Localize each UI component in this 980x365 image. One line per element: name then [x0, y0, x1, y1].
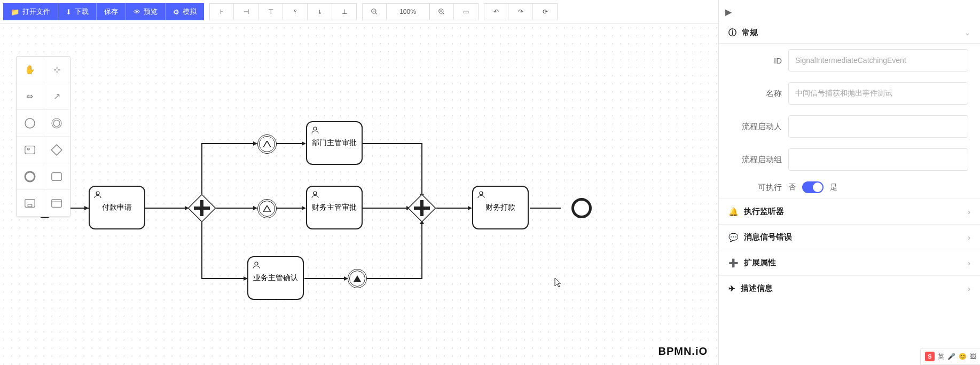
- user-icon: [93, 190, 103, 200]
- zoom-out-button[interactable]: [362, 3, 387, 20]
- data-object-tool[interactable]: [43, 190, 70, 217]
- task-dept-approve[interactable]: 部门主管审批: [306, 121, 363, 165]
- open-file-button[interactable]: 📁打开文件: [3, 3, 58, 20]
- switch-no: 否: [788, 182, 796, 192]
- user-task-tool[interactable]: [17, 137, 43, 163]
- user-icon: [476, 190, 486, 200]
- svg-rect-12: [51, 145, 62, 155]
- lasso-tool[interactable]: ⊹: [43, 57, 70, 83]
- section-ext[interactable]: ➕ 扩展属性 ›: [719, 250, 980, 275]
- svg-point-7: [25, 118, 35, 128]
- section-label: 执行监听器: [744, 207, 784, 217]
- svg-rect-15: [25, 199, 34, 207]
- parallel-gateway-join[interactable]: [408, 194, 436, 222]
- svg-marker-25: [253, 206, 257, 210]
- name-label: 名称: [731, 89, 782, 99]
- send-icon: ✈: [728, 284, 735, 293]
- chevron-down-icon[interactable]: ⌄: [965, 29, 970, 37]
- signal-throw[interactable]: [348, 269, 367, 288]
- svg-line-1: [375, 13, 377, 14]
- bell-icon: 🔔: [728, 207, 739, 217]
- folder-icon: 📁: [11, 8, 19, 16]
- user-icon: [310, 190, 320, 200]
- starter-group-label: 流程启动组: [731, 155, 782, 165]
- svg-point-45: [313, 192, 317, 195]
- ime-indicator[interactable]: S 英 🎤 😊 🖼: [920, 348, 980, 365]
- svg-rect-16: [28, 204, 32, 207]
- section-label: 扩展属性: [744, 258, 776, 268]
- bpmn-canvas[interactable]: ✋ ⊹ ⇔ ↗: [0, 24, 718, 365]
- svg-marker-28: [302, 141, 306, 146]
- user-icon: [252, 260, 261, 270]
- signal-catch-2[interactable]: [257, 199, 277, 218]
- svg-rect-14: [52, 172, 61, 180]
- svg-point-47: [480, 192, 483, 195]
- executable-switch[interactable]: [802, 181, 824, 193]
- panel-collapse-button[interactable]: ▶: [721, 4, 736, 19]
- starter-input[interactable]: [788, 115, 968, 138]
- chevron-right-icon: ›: [968, 233, 970, 242]
- align-bottom-button[interactable]: ⊥: [332, 3, 357, 20]
- zoom-fit-button[interactable]: ▭: [454, 3, 479, 20]
- svg-marker-30: [302, 206, 306, 210]
- intermediate-event-tool[interactable]: [43, 110, 70, 137]
- starter-group-input[interactable]: [788, 148, 968, 171]
- task-finance-approve[interactable]: 财务主管审批: [306, 186, 363, 229]
- task-business-confirm[interactable]: 业务主管确认: [247, 256, 304, 300]
- undo-button[interactable]: ↶: [484, 3, 508, 20]
- svg-point-44: [313, 127, 317, 130]
- refresh-button[interactable]: ⟳: [533, 3, 558, 20]
- svg-line-4: [443, 13, 444, 14]
- hand-tool[interactable]: ✋: [17, 57, 43, 83]
- properties-panel: ▶ ⓘ 常规 ⌄ ID 名称 流程启动人 流程启动组 可执行 否 是 🔔 执行监…: [718, 0, 980, 365]
- zoom-in-button[interactable]: [429, 3, 454, 20]
- task-payment-request[interactable]: 付款申请: [89, 186, 145, 229]
- user-icon: [310, 125, 320, 135]
- section-message[interactable]: 💬 消息信号错误 ›: [719, 224, 980, 250]
- subprocess-tool[interactable]: [17, 190, 43, 217]
- section-label: 消息信号错误: [744, 232, 792, 242]
- svg-marker-23: [253, 141, 257, 146]
- save-button[interactable]: 保存: [97, 3, 126, 20]
- align-left-button[interactable]: ⊦: [209, 3, 234, 20]
- executable-label: 可执行: [731, 182, 782, 193]
- task-label: 业务主管确认: [253, 273, 298, 283]
- chevron-right-icon: ›: [968, 207, 970, 216]
- task-label: 财务主管审批: [312, 203, 357, 212]
- svg-point-13: [25, 172, 35, 181]
- main-toolbar: 📁打开文件 ⬇下载 保存 👁预览 ⚙模拟 ⊦ ⊣ ⊤ ⫯ ⫰ ⊥ 100% ▭ …: [0, 0, 718, 23]
- connect-tool[interactable]: ↗: [43, 83, 70, 110]
- cursor-icon: [554, 277, 562, 288]
- ime-lang: 英: [938, 352, 944, 361]
- svg-point-46: [255, 262, 258, 265]
- align-center-button[interactable]: ⫯: [283, 3, 308, 20]
- start-event-tool[interactable]: [17, 110, 43, 137]
- end-event[interactable]: [571, 198, 592, 218]
- parallel-gateway-split[interactable]: [188, 194, 216, 222]
- gear-icon: ⚙: [173, 8, 179, 16]
- section-desc[interactable]: ✈ 描述信息 ›: [719, 275, 980, 301]
- align-middle-button[interactable]: ⫰: [308, 3, 332, 20]
- align-right-button[interactable]: ⊣: [234, 3, 258, 20]
- gateway-tool[interactable]: [43, 137, 70, 163]
- section-title-general: 常规: [742, 28, 758, 38]
- simulate-button[interactable]: ⚙模拟: [166, 3, 204, 20]
- eye-icon: 👁: [134, 8, 140, 16]
- zoom-percent: 100%: [387, 3, 429, 20]
- redo-button[interactable]: ↷: [508, 3, 533, 20]
- svg-marker-38: [468, 206, 472, 210]
- task-finance-pay[interactable]: 财务打款: [472, 186, 529, 229]
- plus-circle-icon: ➕: [728, 258, 739, 268]
- space-tool[interactable]: ⇔: [17, 83, 43, 110]
- svg-point-11: [27, 148, 29, 150]
- align-top-button[interactable]: ⊤: [258, 3, 283, 20]
- signal-catch-1[interactable]: [257, 134, 277, 154]
- task-tool[interactable]: [43, 163, 70, 190]
- end-event-tool[interactable]: [17, 163, 43, 190]
- download-button[interactable]: ⬇下载: [58, 3, 97, 20]
- section-listener[interactable]: 🔔 执行监听器 ›: [719, 199, 980, 224]
- name-input[interactable]: [788, 82, 968, 105]
- id-input[interactable]: [788, 49, 968, 72]
- info-icon: ⓘ: [728, 28, 736, 38]
- preview-button[interactable]: 👁预览: [126, 3, 166, 20]
